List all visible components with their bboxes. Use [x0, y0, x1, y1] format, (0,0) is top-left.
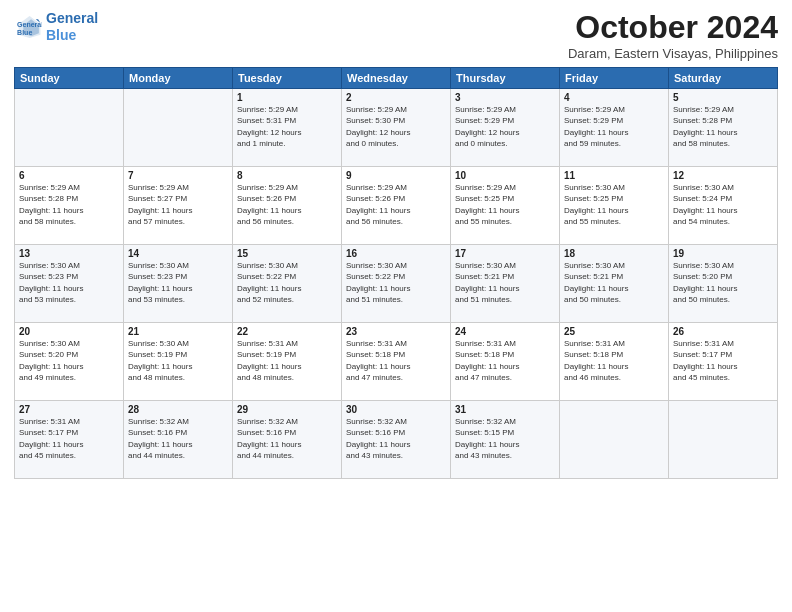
- calendar-cell: 3Sunrise: 5:29 AM Sunset: 5:29 PM Daylig…: [451, 89, 560, 167]
- calendar-cell: [15, 89, 124, 167]
- calendar-cell: 7Sunrise: 5:29 AM Sunset: 5:27 PM Daylig…: [124, 167, 233, 245]
- day-info: Sunrise: 5:32 AM Sunset: 5:16 PM Dayligh…: [237, 416, 337, 461]
- day-number: 29: [237, 404, 337, 415]
- calendar-cell: 8Sunrise: 5:29 AM Sunset: 5:26 PM Daylig…: [233, 167, 342, 245]
- calendar-cell: 31Sunrise: 5:32 AM Sunset: 5:15 PM Dayli…: [451, 401, 560, 479]
- svg-text:General: General: [17, 21, 42, 28]
- day-info: Sunrise: 5:31 AM Sunset: 5:19 PM Dayligh…: [237, 338, 337, 383]
- calendar-week-4: 20Sunrise: 5:30 AM Sunset: 5:20 PM Dayli…: [15, 323, 778, 401]
- calendar-cell: 27Sunrise: 5:31 AM Sunset: 5:17 PM Dayli…: [15, 401, 124, 479]
- header-row-days: Sunday Monday Tuesday Wednesday Thursday…: [15, 68, 778, 89]
- header-sunday: Sunday: [15, 68, 124, 89]
- day-info: Sunrise: 5:29 AM Sunset: 5:26 PM Dayligh…: [346, 182, 446, 227]
- day-info: Sunrise: 5:32 AM Sunset: 5:15 PM Dayligh…: [455, 416, 555, 461]
- day-number: 12: [673, 170, 773, 181]
- day-info: Sunrise: 5:29 AM Sunset: 5:29 PM Dayligh…: [564, 104, 664, 149]
- day-number: 25: [564, 326, 664, 337]
- day-info: Sunrise: 5:30 AM Sunset: 5:20 PM Dayligh…: [19, 338, 119, 383]
- day-number: 2: [346, 92, 446, 103]
- day-info: Sunrise: 5:30 AM Sunset: 5:25 PM Dayligh…: [564, 182, 664, 227]
- calendar-cell: [124, 89, 233, 167]
- logo-blue: Blue: [46, 27, 76, 43]
- calendar-cell: 10Sunrise: 5:29 AM Sunset: 5:25 PM Dayli…: [451, 167, 560, 245]
- calendar-table: Sunday Monday Tuesday Wednesday Thursday…: [14, 67, 778, 479]
- svg-text:Blue: Blue: [17, 29, 32, 36]
- day-number: 3: [455, 92, 555, 103]
- calendar-cell: 18Sunrise: 5:30 AM Sunset: 5:21 PM Dayli…: [560, 245, 669, 323]
- day-number: 13: [19, 248, 119, 259]
- calendar-cell: 19Sunrise: 5:30 AM Sunset: 5:20 PM Dayli…: [669, 245, 778, 323]
- calendar-cell: 15Sunrise: 5:30 AM Sunset: 5:22 PM Dayli…: [233, 245, 342, 323]
- day-number: 11: [564, 170, 664, 181]
- calendar-week-2: 6Sunrise: 5:29 AM Sunset: 5:28 PM Daylig…: [15, 167, 778, 245]
- calendar-week-3: 13Sunrise: 5:30 AM Sunset: 5:23 PM Dayli…: [15, 245, 778, 323]
- day-info: Sunrise: 5:30 AM Sunset: 5:19 PM Dayligh…: [128, 338, 228, 383]
- day-number: 7: [128, 170, 228, 181]
- day-info: Sunrise: 5:30 AM Sunset: 5:23 PM Dayligh…: [128, 260, 228, 305]
- day-number: 10: [455, 170, 555, 181]
- calendar-cell: 9Sunrise: 5:29 AM Sunset: 5:26 PM Daylig…: [342, 167, 451, 245]
- day-number: 26: [673, 326, 773, 337]
- day-number: 18: [564, 248, 664, 259]
- day-number: 14: [128, 248, 228, 259]
- day-info: Sunrise: 5:30 AM Sunset: 5:21 PM Dayligh…: [564, 260, 664, 305]
- logo-general: General: [46, 10, 98, 26]
- header-monday: Monday: [124, 68, 233, 89]
- calendar-cell: 23Sunrise: 5:31 AM Sunset: 5:18 PM Dayli…: [342, 323, 451, 401]
- header-thursday: Thursday: [451, 68, 560, 89]
- day-number: 17: [455, 248, 555, 259]
- day-info: Sunrise: 5:31 AM Sunset: 5:18 PM Dayligh…: [346, 338, 446, 383]
- day-info: Sunrise: 5:29 AM Sunset: 5:30 PM Dayligh…: [346, 104, 446, 149]
- day-number: 5: [673, 92, 773, 103]
- calendar-cell: 29Sunrise: 5:32 AM Sunset: 5:16 PM Dayli…: [233, 401, 342, 479]
- day-info: Sunrise: 5:31 AM Sunset: 5:17 PM Dayligh…: [19, 416, 119, 461]
- day-number: 30: [346, 404, 446, 415]
- day-info: Sunrise: 5:32 AM Sunset: 5:16 PM Dayligh…: [128, 416, 228, 461]
- logo: General Blue General Blue: [14, 10, 98, 44]
- calendar-cell: 21Sunrise: 5:30 AM Sunset: 5:19 PM Dayli…: [124, 323, 233, 401]
- calendar-cell: 11Sunrise: 5:30 AM Sunset: 5:25 PM Dayli…: [560, 167, 669, 245]
- calendar-cell: 1Sunrise: 5:29 AM Sunset: 5:31 PM Daylig…: [233, 89, 342, 167]
- calendar-cell: 25Sunrise: 5:31 AM Sunset: 5:18 PM Dayli…: [560, 323, 669, 401]
- day-number: 6: [19, 170, 119, 181]
- day-number: 4: [564, 92, 664, 103]
- calendar-week-5: 27Sunrise: 5:31 AM Sunset: 5:17 PM Dayli…: [15, 401, 778, 479]
- day-number: 21: [128, 326, 228, 337]
- day-number: 20: [19, 326, 119, 337]
- calendar-cell: 4Sunrise: 5:29 AM Sunset: 5:29 PM Daylig…: [560, 89, 669, 167]
- day-number: 1: [237, 92, 337, 103]
- logo-icon: General Blue: [14, 13, 42, 41]
- day-number: 23: [346, 326, 446, 337]
- calendar-cell: 12Sunrise: 5:30 AM Sunset: 5:24 PM Dayli…: [669, 167, 778, 245]
- month-title: October 2024: [568, 10, 778, 45]
- day-number: 8: [237, 170, 337, 181]
- calendar-cell: [669, 401, 778, 479]
- header-row: General Blue General Blue October 2024 D…: [14, 10, 778, 61]
- calendar-cell: 2Sunrise: 5:29 AM Sunset: 5:30 PM Daylig…: [342, 89, 451, 167]
- day-info: Sunrise: 5:29 AM Sunset: 5:28 PM Dayligh…: [19, 182, 119, 227]
- calendar-cell: 24Sunrise: 5:31 AM Sunset: 5:18 PM Dayli…: [451, 323, 560, 401]
- page: General Blue General Blue October 2024 D…: [0, 0, 792, 612]
- calendar-cell: 28Sunrise: 5:32 AM Sunset: 5:16 PM Dayli…: [124, 401, 233, 479]
- day-info: Sunrise: 5:30 AM Sunset: 5:22 PM Dayligh…: [346, 260, 446, 305]
- calendar-cell: 6Sunrise: 5:29 AM Sunset: 5:28 PM Daylig…: [15, 167, 124, 245]
- day-info: Sunrise: 5:30 AM Sunset: 5:21 PM Dayligh…: [455, 260, 555, 305]
- location-title: Daram, Eastern Visayas, Philippines: [568, 46, 778, 61]
- calendar-cell: 13Sunrise: 5:30 AM Sunset: 5:23 PM Dayli…: [15, 245, 124, 323]
- day-info: Sunrise: 5:30 AM Sunset: 5:20 PM Dayligh…: [673, 260, 773, 305]
- day-number: 31: [455, 404, 555, 415]
- day-info: Sunrise: 5:30 AM Sunset: 5:23 PM Dayligh…: [19, 260, 119, 305]
- calendar-cell: 16Sunrise: 5:30 AM Sunset: 5:22 PM Dayli…: [342, 245, 451, 323]
- day-number: 22: [237, 326, 337, 337]
- day-number: 19: [673, 248, 773, 259]
- day-info: Sunrise: 5:31 AM Sunset: 5:17 PM Dayligh…: [673, 338, 773, 383]
- calendar-cell: 5Sunrise: 5:29 AM Sunset: 5:28 PM Daylig…: [669, 89, 778, 167]
- calendar-week-1: 1Sunrise: 5:29 AM Sunset: 5:31 PM Daylig…: [15, 89, 778, 167]
- calendar-cell: 17Sunrise: 5:30 AM Sunset: 5:21 PM Dayli…: [451, 245, 560, 323]
- day-info: Sunrise: 5:29 AM Sunset: 5:27 PM Dayligh…: [128, 182, 228, 227]
- day-info: Sunrise: 5:32 AM Sunset: 5:16 PM Dayligh…: [346, 416, 446, 461]
- day-number: 28: [128, 404, 228, 415]
- header-tuesday: Tuesday: [233, 68, 342, 89]
- calendar-cell: 30Sunrise: 5:32 AM Sunset: 5:16 PM Dayli…: [342, 401, 451, 479]
- header-saturday: Saturday: [669, 68, 778, 89]
